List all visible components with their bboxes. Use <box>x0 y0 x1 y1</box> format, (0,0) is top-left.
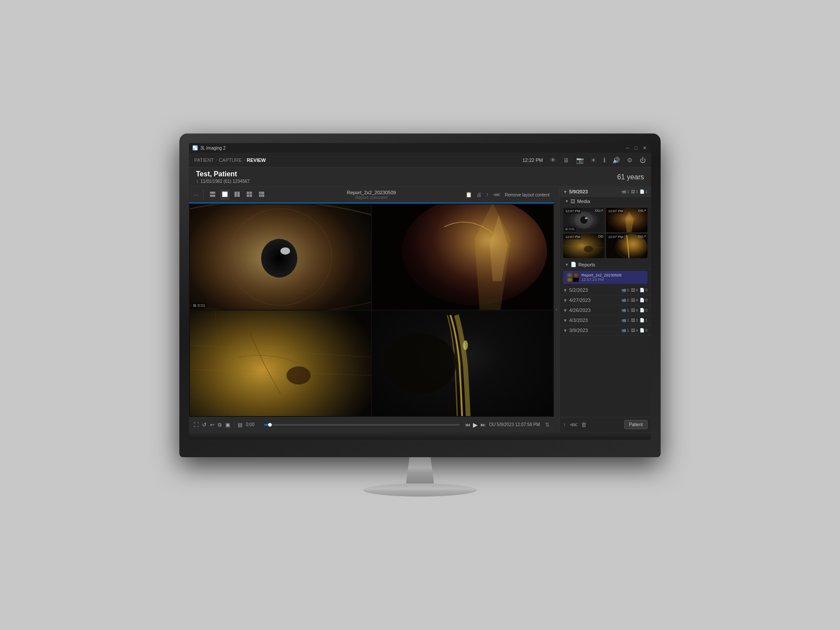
report-count-1: 1 <box>645 189 648 194</box>
session-header-4[interactable]: ▼ 4/26/2023 📹1 🖼4 📄0 <box>560 305 651 315</box>
undo-icon[interactable]: ↩ <box>210 422 214 428</box>
svg-rect-1 <box>195 146 197 148</box>
media-icon: 🖼 <box>570 199 575 204</box>
svg-rect-15 <box>262 192 264 194</box>
monitor-icon[interactable]: 🖥 <box>563 157 569 164</box>
svg-rect-12 <box>249 194 252 197</box>
image-cell-1[interactable]: ⊞ 0:01 <box>190 204 371 310</box>
fullscreen-icon[interactable]: ⛶ <box>193 422 199 428</box>
skip-forward-icon[interactable]: ⏭ <box>480 422 486 428</box>
svg-rect-0 <box>193 146 195 148</box>
expand-icon[interactable]: ⇅ <box>545 422 550 428</box>
collapse-handle[interactable]: › <box>554 187 559 432</box>
close-button[interactable]: ✕ <box>642 145 648 151</box>
export-icon[interactable]: ↑ <box>486 192 489 198</box>
settings-icon[interactable]: ⚙ <box>627 157 633 164</box>
session-badges-2: 📹0 🖼4 📄0 <box>621 288 648 292</box>
nav-patient[interactable]: PATIENT <box>194 158 214 163</box>
layout-2x2-btn[interactable] <box>245 190 254 200</box>
report-comment: Report comment <box>347 195 396 200</box>
image-cell-3[interactable] <box>190 311 371 416</box>
session-date-6: 3/9/2023 <box>569 328 620 333</box>
thumbnail-1[interactable]: 12:07 PM OU↗ ⊞ 0:01 <box>563 208 605 232</box>
volume-icon[interactable]: 🔊 <box>612 157 620 164</box>
layout-3x2-btn[interactable] <box>257 190 266 200</box>
session-badges-1: 📹1 🖼3 📄1 <box>621 189 648 194</box>
document-icon[interactable]: 📋 <box>466 192 472 198</box>
panel-share-icon[interactable]: ⋘ <box>570 421 578 428</box>
copy-icon[interactable]: ⧉ <box>218 422 222 428</box>
playback-info: OU 5/9/2023 12:07:58 PM <box>489 422 540 427</box>
nav-capture[interactable]: CAPTURE <box>219 158 242 163</box>
thumb-video-badge-1: ⊞ 0:01 <box>564 227 576 231</box>
media-subsection-header[interactable]: ▼ 🖼 Media <box>560 197 651 206</box>
viewer-area: ··· <box>189 187 554 432</box>
thumbnail-4[interactable]: 12:07 PM OS↗ <box>606 234 648 258</box>
session-header-1[interactable]: ▼ 5/9/2023 📹1 🖼3 📄1 <box>560 187 651 197</box>
brightness-icon[interactable]: ☀ <box>591 157 596 164</box>
reports-subsection-header[interactable]: ▼ 📄 Reports <box>560 260 651 270</box>
power-icon[interactable]: ⏻ <box>640 157 646 164</box>
svg-rect-26 <box>190 311 371 416</box>
session-header-3[interactable]: ▼ 4/27/2023 📹0 🖼4 📄0 <box>560 295 651 305</box>
layout-1x2-btn[interactable] <box>232 190 242 200</box>
svg-rect-16 <box>259 194 261 197</box>
session-toggle-6: ▼ <box>563 328 567 333</box>
divider <box>203 190 203 199</box>
svg-point-33 <box>463 340 468 350</box>
video-badge-icon: 📹 <box>621 189 626 194</box>
minimize-button[interactable]: ─ <box>625 145 630 151</box>
session-header-2[interactable]: ▼ 5/2/2023 📹0 🖼4 📄0 <box>560 285 651 295</box>
thumbnail-3[interactable]: 12:07 PM OD <box>563 234 605 258</box>
image-cell-4[interactable] <box>372 311 553 416</box>
current-time: 12:22 PM <box>522 158 543 163</box>
patient-button[interactable]: Patient <box>624 420 648 429</box>
svg-point-41 <box>584 246 593 252</box>
camera-icon[interactable]: 📷 <box>576 157 584 164</box>
layout-1col-btn[interactable] <box>208 190 217 200</box>
skip-back-icon[interactable]: ⏮ <box>465 422 470 428</box>
reports-icon: 📄 <box>570 262 577 267</box>
report-time: 12:07:23 PM <box>581 277 644 282</box>
upload-icon[interactable]: ↑ <box>563 421 566 428</box>
progress-fill <box>264 424 268 426</box>
session-badges-3: 📹0 🖼4 📄0 <box>621 298 648 302</box>
chevron-right-icon: › <box>556 307 557 312</box>
overlay-icon[interactable]: ▣ <box>225 422 230 428</box>
report-item-1[interactable]: Report_2x2_20230509 12:07:23 PM <box>563 271 648 284</box>
svg-point-32 <box>384 333 457 394</box>
more-options-icon[interactable]: ··· <box>193 191 199 198</box>
layout-1x1-btn[interactable] <box>220 190 230 200</box>
playback-bar: ⛶ ↺ ↩ ⧉ ▣ ▤ 0:00 ⏮ <box>189 417 554 432</box>
breadcrumb: PATIENT › CAPTURE › REVIEW <box>194 158 266 163</box>
info-icon[interactable]: ℹ <box>603 157 606 164</box>
cell1-label: ⊞ 0:01 <box>192 303 206 308</box>
stand-neck <box>402 457 438 483</box>
svg-rect-17 <box>261 194 262 197</box>
progress-thumb <box>268 423 272 427</box>
report-title: Report_2x2_20230509 <box>581 273 644 277</box>
play-button[interactable]: ▶ <box>473 421 478 428</box>
delete-icon[interactable]: 🗑 <box>581 421 587 428</box>
remove-layout-button[interactable]: Remove layout content <box>505 192 550 197</box>
report-thumbnail <box>567 273 579 282</box>
patient-header: Test, Patient ♀ 11/01/1962 (61) 1234567 … <box>189 168 651 187</box>
svg-rect-18 <box>262 194 264 197</box>
print-icon[interactable]: 🖨 <box>476 192 482 198</box>
refresh-icon[interactable]: ↺ <box>202 422 206 428</box>
thumb-time-3: 12:07 PM <box>564 234 581 239</box>
share-icon[interactable]: ⋘ <box>493 192 500 198</box>
thumbnail-2[interactable]: 12:07 PM OS↗ <box>606 208 648 232</box>
eye-icon[interactable]: 👁 <box>550 157 556 164</box>
session-header-5[interactable]: ▼ 4/3/2023 📹1 🖼3 📄1 <box>560 315 651 326</box>
restore-button[interactable]: □ <box>634 145 638 151</box>
nav-bar: PATIENT › CAPTURE › REVIEW 12:22 PM 👁 🖥 … <box>189 153 651 168</box>
timeline-icon[interactable]: ▤ <box>238 422 242 428</box>
session-header-6[interactable]: ▼ 3/9/2023 📹1 🖼4 📄0 <box>560 326 651 336</box>
right-panel: ▼ 5/9/2023 📹1 🖼3 📄1 ▼ 🖼 Media <box>559 187 651 432</box>
image-cell-2[interactable] <box>372 204 553 310</box>
progress-bar[interactable] <box>264 424 460 426</box>
svg-rect-2 <box>193 148 195 150</box>
media-label: Media <box>577 199 590 204</box>
nav-review[interactable]: REVIEW <box>247 158 266 163</box>
